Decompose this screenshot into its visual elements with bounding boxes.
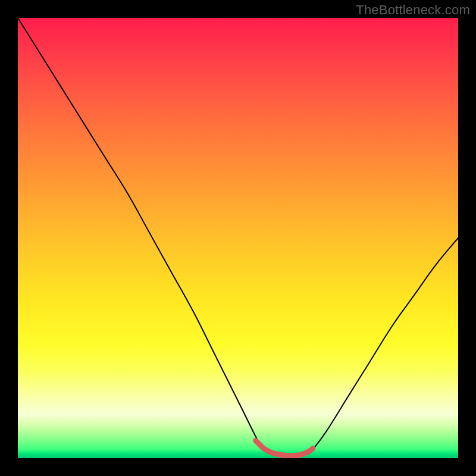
chart-stage: TheBottleneck.com — [0, 0, 476, 476]
chart-svg — [18, 18, 458, 458]
red-flat-segment — [256, 440, 313, 456]
black-curve — [18, 18, 458, 456]
watermark-text: TheBottleneck.com — [356, 2, 470, 18]
plot-area — [18, 18, 458, 458]
